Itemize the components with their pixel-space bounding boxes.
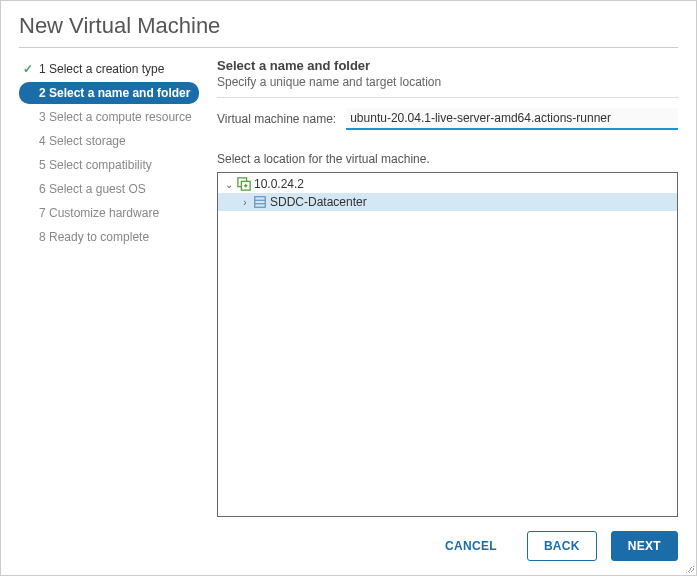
- panel-subheading: Specify a unique name and target locatio…: [217, 75, 678, 89]
- location-tree[interactable]: ⌄ 10.0.24.2 › SDD: [217, 172, 678, 517]
- dialog-body: 1 Select a creation type 2 Select a name…: [1, 48, 696, 517]
- step-compatibility: 5 Select compatibility: [19, 154, 199, 176]
- wizard-steps: 1 Select a creation type 2 Select a name…: [19, 58, 199, 517]
- step-content: Select a name and folder Specify a uniqu…: [217, 58, 678, 517]
- caret-down-icon[interactable]: ⌄: [224, 179, 234, 190]
- new-vm-dialog: New Virtual Machine 1 Select a creation …: [0, 0, 697, 576]
- vm-name-label: Virtual machine name:: [217, 112, 336, 126]
- step-storage: 4 Select storage: [19, 130, 199, 152]
- step-compute-resource: 3 Select a compute resource: [19, 106, 199, 128]
- step-customize-hardware: 7 Customize hardware: [19, 202, 199, 224]
- tree-node-datacenter[interactable]: › SDDC-Datacenter: [218, 193, 677, 211]
- svg-rect-4: [255, 197, 266, 208]
- back-button[interactable]: BACK: [527, 531, 597, 561]
- host-icon: [237, 177, 251, 191]
- vm-name-input[interactable]: [346, 108, 678, 130]
- dialog-title: New Virtual Machine: [1, 1, 696, 47]
- cancel-button[interactable]: CANCEL: [429, 532, 513, 560]
- location-label: Select a location for the virtual machin…: [217, 152, 678, 166]
- panel-heading: Select a name and folder: [217, 58, 678, 73]
- dialog-footer: CANCEL BACK NEXT: [1, 517, 696, 575]
- datacenter-icon: [253, 195, 267, 209]
- divider: [217, 97, 678, 98]
- tree-node-host[interactable]: ⌄ 10.0.24.2: [218, 175, 677, 193]
- step-guest-os: 6 Select a guest OS: [19, 178, 199, 200]
- step-ready-complete: 8 Ready to complete: [19, 226, 199, 248]
- caret-right-icon[interactable]: ›: [240, 197, 250, 208]
- tree-node-label: 10.0.24.2: [254, 177, 304, 191]
- step-name-folder[interactable]: 2 Select a name and folder: [19, 82, 199, 104]
- tree-node-label: SDDC-Datacenter: [270, 195, 367, 209]
- resize-grip-icon[interactable]: [684, 563, 694, 573]
- step-creation-type[interactable]: 1 Select a creation type: [19, 58, 199, 80]
- next-button[interactable]: NEXT: [611, 531, 678, 561]
- vm-name-row: Virtual machine name:: [217, 108, 678, 130]
